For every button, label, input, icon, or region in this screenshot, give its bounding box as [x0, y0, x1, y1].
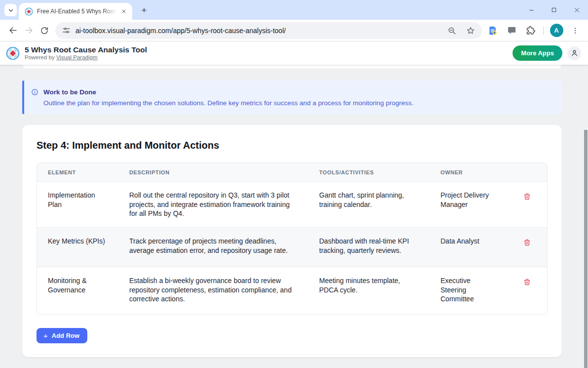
- person-icon: [570, 49, 579, 57]
- trash-icon: [523, 193, 531, 201]
- bookmark-star-icon[interactable]: [466, 26, 475, 35]
- table-body: Implementation Plan Roll out the central…: [37, 182, 547, 314]
- forward-arrow-icon: [24, 26, 34, 35]
- banner-title: Work to be Done: [43, 88, 96, 96]
- new-tab-button[interactable]: +: [138, 4, 150, 16]
- reading-mode-extension-button[interactable]: [485, 23, 501, 39]
- browser-menu-button[interactable]: [567, 23, 583, 39]
- profile-avatar-button[interactable]: A: [549, 23, 564, 39]
- step-4-card: Step 4: Implement and Monitor Actions EL…: [22, 125, 562, 357]
- toolbar-separator: [543, 26, 544, 35]
- browser-toolbar: ai-toolbox.visual-paradigm.com/app/5-why…: [0, 20, 588, 41]
- table-header-row: ELEMENT DESCRIPTION TOOLS/ACTIVITIES OWN…: [37, 163, 547, 182]
- previous-section-card-bottom: [22, 65, 562, 69]
- column-header-owner: OWNER: [430, 169, 507, 175]
- cell-element[interactable]: Key Metrics (KPIs): [37, 237, 118, 258]
- close-icon: [574, 7, 580, 13]
- minimize-icon: [528, 7, 535, 13]
- cell-actions: [507, 191, 547, 218]
- powered-by-text: Powered by Visual Paradigm: [25, 54, 147, 61]
- cell-element[interactable]: Implementation Plan: [37, 191, 118, 218]
- trash-icon: [523, 278, 531, 286]
- tab-title: Free AI-Enabled 5 Whys Root Ca: [37, 8, 119, 15]
- tab-search-button[interactable]: [4, 4, 17, 16]
- side-panel-extension-button[interactable]: [504, 23, 519, 39]
- document-download-icon: [488, 26, 498, 36]
- column-header-description: DESCRIPTION: [118, 169, 308, 175]
- cell-owner[interactable]: Data Analyst: [430, 237, 507, 258]
- trash-icon: [523, 239, 531, 246]
- add-row-button[interactable]: + Add Row: [37, 328, 87, 343]
- user-profile-button[interactable]: [567, 46, 581, 60]
- actions-table: ELEMENT DESCRIPTION TOOLS/ACTIVITIES OWN…: [37, 163, 548, 315]
- cell-actions: [507, 276, 547, 305]
- delete-row-button[interactable]: [522, 192, 532, 202]
- reload-button[interactable]: [37, 23, 52, 39]
- cell-owner[interactable]: Executive Steering Committee: [430, 276, 507, 305]
- banner-description: Outline the plan for implementing the ch…: [43, 99, 553, 107]
- browser-tab[interactable]: Free AI-Enabled 5 Whys Root Ca: [19, 3, 132, 20]
- maximize-icon: [551, 7, 557, 13]
- window-minimize-button[interactable]: [520, 0, 543, 20]
- delete-row-button[interactable]: [522, 277, 532, 287]
- work-to-be-done-banner: Work to be Done Outline the plan for imp…: [22, 81, 562, 114]
- puzzle-piece-icon: [526, 26, 535, 35]
- step-title: Step 4: Implement and Monitor Actions: [37, 140, 548, 151]
- table-row: Key Metrics (KPIs) Track percentage of p…: [37, 227, 547, 267]
- cell-actions: [507, 237, 547, 258]
- app-header: 5 Whys Root Cause Analysis Tool Powered …: [0, 41, 588, 65]
- plus-icon: +: [43, 332, 48, 339]
- cell-tools-activities[interactable]: Gantt chart, sprint planning, training c…: [308, 191, 430, 218]
- address-bar[interactable]: ai-toolbox.visual-paradigm.com/app/5-why…: [55, 22, 482, 39]
- table-row: Monitoring & Governance Establish a bi-w…: [37, 267, 547, 314]
- site-settings-icon[interactable]: [62, 26, 71, 35]
- back-arrow-icon: [8, 26, 18, 35]
- close-icon: [121, 9, 126, 14]
- window-maximize-button[interactable]: [543, 0, 565, 20]
- column-header-tools-activities: TOOLS/ACTIVITIES: [308, 169, 430, 175]
- info-icon: [31, 88, 38, 96]
- cell-description[interactable]: Track percentage of projects meeting dea…: [118, 237, 308, 258]
- extensions-button[interactable]: [522, 23, 538, 39]
- back-button[interactable]: [5, 23, 21, 39]
- cell-description[interactable]: Roll out the central repository in Q3, s…: [118, 191, 308, 218]
- cell-tools-activities[interactable]: Dashboard with real-time KPI tracking, q…: [308, 237, 430, 258]
- more-apps-button[interactable]: More Apps: [513, 45, 562, 61]
- chevron-down-icon: [8, 7, 14, 13]
- scrollbar-thumb[interactable]: [584, 130, 588, 368]
- url-text[interactable]: ai-toolbox.visual-paradigm.com/app/5-why…: [75, 27, 286, 35]
- avatar: A: [550, 24, 563, 37]
- delete-row-button[interactable]: [522, 238, 532, 247]
- forward-button[interactable]: [21, 23, 37, 39]
- window-controls: [520, 0, 588, 20]
- cell-element[interactable]: Monitoring & Governance: [37, 276, 118, 305]
- three-dots-menu-icon: [571, 27, 579, 35]
- app-title: 5 Whys Root Cause Analysis Tool: [25, 45, 147, 54]
- plus-icon: +: [141, 5, 147, 16]
- visual-paradigm-link[interactable]: Visual Paradigm: [56, 54, 98, 60]
- page-content: Work to be Done Outline the plan for imp…: [0, 65, 588, 368]
- cell-owner[interactable]: Project Delivery Manager: [430, 191, 507, 218]
- table-row: Implementation Plan Roll out the central…: [37, 182, 547, 227]
- browser-titlebar: Free AI-Enabled 5 Whys Root Ca +: [0, 0, 588, 20]
- reload-icon: [40, 26, 49, 35]
- toolbar-extensions-area: A: [485, 23, 583, 39]
- visual-paradigm-favicon-icon: [25, 7, 33, 16]
- tab-close-button[interactable]: [119, 7, 128, 16]
- cell-tools-activities[interactable]: Meeting minutes template, PDCA cycle.: [308, 276, 430, 305]
- column-header-element: ELEMENT: [37, 169, 118, 175]
- app-title-block: 5 Whys Root Cause Analysis Tool Powered …: [25, 45, 147, 61]
- visual-paradigm-logo-icon: [6, 46, 20, 60]
- window-close-button[interactable]: [565, 0, 588, 20]
- add-row-label: Add Row: [52, 332, 79, 339]
- cell-description[interactable]: Establish a bi-weekly governance board t…: [118, 276, 308, 305]
- chat-bubble-icon: [507, 26, 516, 35]
- zoom-out-icon[interactable]: [447, 26, 456, 35]
